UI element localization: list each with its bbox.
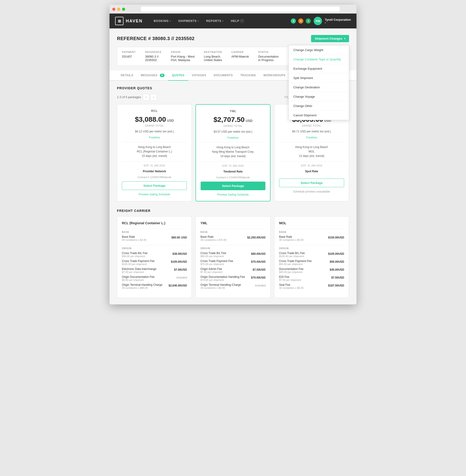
- dropdown-item-change-destination[interactable]: Change Destination: [289, 83, 349, 92]
- quote-card-yml: YML $2,707.50 USD GRAND TOTAL $3.57 USD …: [196, 104, 270, 202]
- badge-alerts[interactable]: 3: [306, 18, 311, 24]
- list-item: Origin Documentation Fee$0.00 per shipme…: [122, 275, 187, 281]
- rcl-price-currency: USD: [167, 119, 174, 122]
- nav-shipments-caret: ▾: [198, 20, 199, 22]
- freight-rcl-base-rate-info: Base Rate 30 containers x $2.00: [122, 235, 146, 241]
- list-item: Origin Admin Fee$7.50 per shipment $7.50…: [200, 267, 265, 274]
- yml-select-btn[interactable]: Select Package: [201, 182, 265, 190]
- mol-grand-total: GRAND TOTAL: [279, 124, 344, 127]
- yml-divider: [201, 142, 265, 143]
- dropdown-item-cargo-weight[interactable]: Change Cargo Weight: [289, 46, 349, 55]
- yml-route: Hong Kong to Long Beach Yang Ming Marine…: [201, 145, 265, 159]
- freight-yml-name: YML: [200, 221, 265, 225]
- freight-grid: RCL (Regional Container L.) BASE Base Ra…: [117, 216, 349, 298]
- next-page-btn[interactable]: ›: [150, 94, 157, 100]
- dropdown-item-split-shipment[interactable]: Split Shipment: [289, 73, 349, 83]
- rcl-exp: EXP: 31 JAN 2018: [122, 164, 187, 167]
- badge-messages[interactable]: 8: [298, 18, 303, 24]
- yml-price-amount: $2,707.50: [213, 116, 245, 123]
- dropdown-item-change-other[interactable]: Change Other: [289, 101, 349, 111]
- nav-items: Booking ▾ Shipments ▾ Reports ▾ Help ?: [150, 13, 291, 28]
- tab-messages[interactable]: Messages 8: [137, 71, 168, 81]
- dropdown-item-cancel-shipment[interactable]: Cancel Shipment: [289, 111, 349, 120]
- yml-contract: Contract # 1234567890abcde: [201, 176, 265, 179]
- nav-help-icon: ?: [240, 19, 244, 23]
- nav-item-booking[interactable]: Booking ▾: [150, 13, 175, 28]
- list-item: Cross Trade B/L Fee$36.00 per shipment $…: [122, 251, 187, 258]
- nav-reports-caret: ▾: [222, 20, 223, 22]
- nav-booking-caret: ▾: [170, 20, 171, 22]
- freight-rcl-base-label: BASE: [122, 229, 187, 233]
- yml-transit: 14 days (est. transit): [201, 154, 265, 158]
- field-shipment-value: 331407: [122, 55, 136, 58]
- nav-shipments-label: Shipments: [178, 19, 197, 23]
- yml-price-block: $2,707.50 USD: [201, 116, 265, 124]
- nav-right: 4 8 3 PM Tyrell Corporation ▾: [291, 17, 351, 25]
- pagination: 1-3 of 5 packages ‹ ›: [117, 94, 157, 100]
- rcl-select-btn[interactable]: Select Package: [122, 181, 187, 190]
- list-item: Cross Trade Payment Fee$50.00 per shipme…: [279, 260, 344, 265]
- yml-carrier-name: YML: [201, 109, 265, 113]
- field-destination-value: Long Beach, United States: [204, 55, 222, 62]
- mol-transit: 12 days (est. transit): [279, 154, 344, 158]
- tab-tracking[interactable]: Tracking: [236, 71, 260, 81]
- nav-item-reports[interactable]: Reports ▾: [202, 13, 227, 28]
- notification-icon: 4: [291, 18, 296, 24]
- shipment-changes-dropdown: Change Cargo Weight Change Container Typ…: [289, 45, 349, 120]
- mol-divider2: [279, 161, 344, 162]
- list-item: Base Rate30 containers x $5.00 $150.00US…: [279, 235, 344, 241]
- list-item: Seal Fee30 containers x $6.25 $187.50USD: [279, 283, 344, 289]
- rcl-preview-link[interactable]: Preview Sailing Schedule: [122, 193, 187, 196]
- user-info[interactable]: Tyrell Corporation ▾: [325, 18, 351, 24]
- quote-card-rcl: RCL $3,088.00 USD GRAND TOTAL $4.12 USD …: [117, 104, 192, 202]
- freight-yml-base: BASE Base Rate30 containers x $75.00 $2,…: [200, 229, 265, 241]
- shipment-changes-button[interactable]: Shipment Changes ▾: [311, 35, 349, 42]
- field-destination-label: Destination: [204, 51, 222, 53]
- yml-freetime-link[interactable]: Freetime: [201, 136, 265, 139]
- freight-card-rcl: RCL (Regional Container L.) BASE Base Ra…: [117, 216, 192, 298]
- field-shipment-label: Shipment: [122, 51, 136, 53]
- minimize-window-btn[interactable]: [117, 8, 120, 11]
- rcl-price-amount: $3,088.00: [135, 115, 166, 123]
- mol-freetime-link[interactable]: Freetime: [279, 136, 344, 139]
- dropdown-item-change-voyage[interactable]: Change Voyage: [289, 92, 349, 101]
- logo-text: HAVEN: [126, 19, 143, 24]
- prev-page-btn[interactable]: ‹: [143, 94, 149, 100]
- nav-help-label: Help: [231, 19, 239, 23]
- mol-select-btn[interactable]: Select Package: [279, 178, 344, 187]
- logo-icon: ⊞: [118, 19, 121, 23]
- nav-logo[interactable]: ⊞ HAVEN: [115, 17, 143, 25]
- messages-badge: 8: [160, 74, 164, 77]
- field-reference-label: Reference: [145, 51, 162, 53]
- list-item: Electronic Data Interchange$7.00 per shi…: [122, 267, 187, 274]
- yml-exp: EXP: 31 JAN 2018: [201, 165, 265, 167]
- tab-details[interactable]: Details: [117, 71, 137, 81]
- tab-workgroups[interactable]: Workgroups: [260, 71, 289, 81]
- maximize-window-btn[interactable]: [122, 8, 125, 11]
- yml-preview-link[interactable]: Preview Sailing Schedule: [201, 193, 265, 196]
- page-title: REFERENCE # 38080.3 // 2035502: [117, 36, 195, 41]
- yml-rate-type: Tendered Rate: [201, 170, 265, 173]
- tab-voyages[interactable]: Voyages: [188, 71, 210, 81]
- dropdown-item-exchange-equipment[interactable]: Exchange Equipment: [289, 64, 349, 73]
- nav-item-help[interactable]: Help ?: [227, 13, 248, 28]
- freight-yml-origin: ORIGIN Cross Trade B/L Fee$80.00 per shi…: [200, 245, 265, 289]
- user-company: Tyrell Corporation: [325, 18, 351, 22]
- field-status-value: Documentation in Progress: [258, 55, 279, 62]
- rcl-rate-type: Provider Network: [122, 170, 187, 173]
- rcl-per-ton: $4.12 USD per metric ton (est.): [122, 130, 187, 133]
- main-content: REFERENCE # 38080.3 // 2035502 Shipment …: [109, 28, 357, 304]
- url-bar[interactable]: [141, 7, 340, 12]
- rcl-route: Hong Kong to Long Beach RCL (Regional Co…: [122, 145, 187, 158]
- dropdown-item-container-type[interactable]: Change Container Type or Quantity: [289, 55, 349, 64]
- close-window-btn[interactable]: [112, 8, 115, 11]
- user-avatar[interactable]: PM: [314, 17, 322, 25]
- logo-box: ⊞: [115, 17, 124, 25]
- field-reference: Reference 38080.3 // 2035502: [145, 51, 162, 62]
- tab-quotes[interactable]: Quotes: [168, 71, 188, 81]
- nav-item-shipments[interactable]: Shipments ▾: [175, 13, 202, 28]
- rcl-freetime-link[interactable]: Freetime: [122, 136, 187, 139]
- badge-notifications[interactable]: 4: [291, 18, 296, 24]
- tab-documents[interactable]: Documents: [210, 71, 236, 81]
- freight-card-mol: MOL BASE Base Rate30 containers x $5.00 …: [274, 216, 349, 298]
